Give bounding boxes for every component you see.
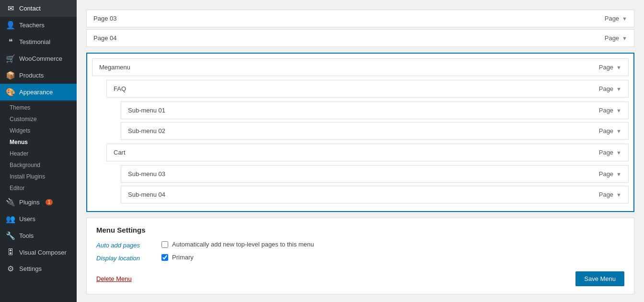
menu-item-cart[interactable]: Cart Page ▼ [106, 144, 629, 161]
sidebar-sub-themes[interactable]: Themes [0, 102, 77, 113]
cart-label: Cart [114, 149, 126, 156]
menu-item-megamenu[interactable]: Megamenu Page ▼ [92, 58, 629, 76]
save-menu-button[interactable]: Save Menu [575, 271, 624, 286]
cart-group: Cart Page ▼ Sub-menu 03 Page ▼ Sub-menu … [106, 144, 629, 203]
sidebar-sub-background[interactable]: Background [0, 159, 77, 171]
sidebar-item-visual-composer[interactable]: 🎛 Visual Composer [0, 244, 77, 260]
sidebar-item-plugins[interactable]: 🔌 Plugins 1 [0, 194, 77, 211]
submenu01-label: Sub-menu 01 [128, 107, 165, 114]
tools-icon: 🔧 [6, 231, 15, 240]
products-icon: 📦 [6, 71, 15, 80]
sidebar: ✉ Contact 👤 Teachers ❝ Testimonial 🛒 Woo… [0, 0, 77, 302]
sidebar-label-tools: Tools [19, 232, 34, 239]
page04-right: Page ▼ [605, 34, 627, 42]
themes-label: Themes [10, 104, 30, 111]
sidebar-item-testimonial[interactable]: ❝ Testimonial [0, 34, 77, 50]
sidebar-item-teachers[interactable]: 👤 Teachers [0, 17, 77, 34]
sidebar-label-settings: Settings [19, 265, 42, 272]
sidebar-sub-install-plugins[interactable]: Install Plugins [0, 171, 77, 182]
sidebar-label-users: Users [19, 215, 35, 223]
menu-item-submenu03[interactable]: Sub-menu 03 Page ▼ [121, 165, 629, 183]
submenu04-arrow[interactable]: ▼ [616, 192, 621, 198]
submenu01-right: Page ▼ [599, 107, 621, 114]
submenu03-arrow[interactable]: ▼ [616, 171, 621, 177]
sidebar-item-settings[interactable]: ⚙ Settings [0, 260, 77, 277]
menu-settings-title: Menu Settings [96, 226, 624, 234]
faq-submenus: Sub-menu 01 Page ▼ Sub-menu 02 Page ▼ [121, 101, 629, 140]
sidebar-item-woocommerce[interactable]: 🛒 WooCommerce [0, 50, 77, 67]
cart-arrow[interactable]: ▼ [616, 150, 621, 156]
menu-item-submenu04[interactable]: Sub-menu 04 Page ▼ [121, 186, 629, 203]
auto-add-checkbox[interactable] [161, 241, 168, 248]
faq-arrow[interactable]: ▼ [616, 86, 621, 92]
menu-item-faq[interactable]: FAQ Page ▼ [106, 80, 629, 98]
display-location-checkbox[interactable] [161, 254, 168, 261]
sidebar-label-appearance: Appearance [19, 89, 53, 96]
sidebar-label-plugins: Plugins [19, 199, 40, 206]
cart-right: Page ▼ [599, 149, 621, 156]
sidebar-sub-header[interactable]: Header [0, 148, 77, 159]
menu-item-submenu01[interactable]: Sub-menu 01 Page ▼ [121, 101, 629, 119]
page03-right: Page ▼ [605, 15, 627, 22]
menu-item-submenu02[interactable]: Sub-menu 02 Page ▼ [121, 122, 629, 140]
faq-group: FAQ Page ▼ Sub-menu 01 Page ▼ Sub-menu 0… [106, 80, 629, 140]
megamenu-type: Page [599, 64, 613, 71]
page03-arrow[interactable]: ▼ [622, 16, 627, 22]
blue-menu-section: Megamenu Page ▼ FAQ Page ▼ Sub-menu 01 [86, 53, 634, 212]
delete-menu-link[interactable]: Delete Menu [96, 275, 132, 282]
users-icon: 👥 [6, 214, 15, 224]
menu-item-page04[interactable]: Page 04 Page ▼ [86, 29, 634, 47]
plugins-badge: 1 [46, 199, 53, 205]
page04-arrow[interactable]: ▼ [622, 35, 627, 41]
submenu02-arrow[interactable]: ▼ [616, 128, 621, 134]
widgets-label: Widgets [10, 127, 30, 134]
auto-add-text: Automatically add new top-level pages to… [172, 241, 314, 248]
plugins-icon: 🔌 [6, 198, 15, 207]
appearance-submenu: Themes Customize Widgets Menus Header Ba… [0, 101, 77, 194]
cart-submenus: Sub-menu 03 Page ▼ Sub-menu 04 Page ▼ [121, 165, 629, 203]
sidebar-item-appearance[interactable]: 🎨 Appearance [0, 84, 77, 101]
sidebar-label-visual-composer: Visual Composer [19, 249, 67, 256]
testimonial-icon: ❝ [6, 37, 15, 46]
sidebar-label-contact: Contact [19, 5, 41, 12]
sidebar-label-teachers: Teachers [19, 22, 45, 29]
main-content: Page 03 Page ▼ Page 04 Page ▼ Megamenu P… [77, 0, 644, 302]
sidebar-sub-widgets[interactable]: Widgets [0, 125, 77, 136]
menu-item-page03[interactable]: Page 03 Page ▼ [86, 10, 634, 27]
sidebar-label-testimonial: Testimonial [19, 38, 50, 45]
sidebar-item-contact[interactable]: ✉ Contact [0, 0, 77, 17]
contact-icon: ✉ [6, 4, 15, 13]
menu-settings-section: Menu Settings Auto add pages Automatical… [86, 218, 634, 294]
page03-label: Page 03 [93, 15, 116, 22]
megamenu-arrow[interactable]: ▼ [616, 65, 621, 70]
teachers-icon: 👤 [6, 21, 15, 30]
submenu01-arrow[interactable]: ▼ [616, 108, 621, 113]
sidebar-sub-editor[interactable]: Editor [0, 182, 77, 194]
submenu03-right: Page ▼ [599, 170, 621, 178]
woocommerce-icon: 🛒 [6, 54, 15, 63]
display-location-row: Display location Primary [96, 254, 624, 262]
submenu03-label: Sub-menu 03 [128, 170, 165, 178]
submenu04-type: Page [599, 191, 613, 198]
header-label: Header [10, 150, 28, 157]
submenu02-label: Sub-menu 02 [128, 127, 165, 134]
sidebar-sub-menus[interactable]: Menus [0, 136, 77, 148]
bottom-bar: Delete Menu Save Menu [96, 267, 624, 286]
appearance-icon: 🎨 [6, 88, 15, 97]
visual-composer-icon: 🎛 [6, 248, 15, 257]
sidebar-item-tools[interactable]: 🔧 Tools [0, 227, 77, 244]
submenu02-right: Page ▼ [599, 127, 621, 134]
background-label: Background [10, 162, 40, 168]
sidebar-sub-customize[interactable]: Customize [0, 113, 77, 125]
submenu01-type: Page [599, 107, 613, 114]
sidebar-item-products[interactable]: 📦 Products [0, 67, 77, 84]
sidebar-item-users[interactable]: 👥 Users [0, 211, 77, 227]
install-plugins-label: Install Plugins [10, 173, 45, 180]
auto-add-label: Auto add pages [96, 241, 154, 249]
auto-add-value: Automatically add new top-level pages to… [161, 241, 624, 248]
auto-add-row: Auto add pages Automatically add new top… [96, 241, 624, 249]
megamenu-label: Megamenu [99, 64, 130, 71]
display-location-label: Display location [96, 254, 154, 262]
submenu04-label: Sub-menu 04 [128, 191, 165, 198]
editor-label: Editor [10, 185, 24, 191]
